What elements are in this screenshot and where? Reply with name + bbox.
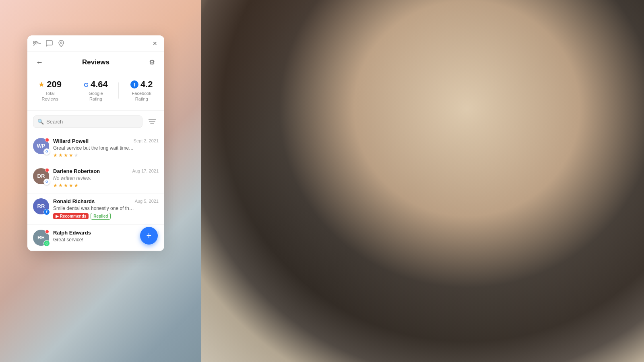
review-top: Ronald Richards Aug 5, 2021 [53,198,159,204]
notification-dot [45,230,49,234]
facebook-rating-label: FacebookRating [132,90,151,102]
star-4: ★ [69,183,73,188]
review-item[interactable]: WP G Willard Powell Sept 2, 2021 Great s… [27,133,164,163]
star-5: ★ [74,183,78,188]
google-source-badge: G [43,179,50,185]
search-area: 🔍 [27,111,164,133]
google-rating-label: GoogleRating [89,90,103,102]
svg-point-1 [60,42,62,43]
review-text: Smile dental was honestly one of th… [53,206,159,211]
recommends-tag: ▶ Recommends [53,213,89,219]
stat-divider-2 [118,82,119,99]
page-title: Reviews [82,58,109,66]
review-top: Willard Powell Sept 2, 2021 [53,138,159,144]
star-1: ★ [53,183,58,188]
review-tags: ▶ RecommendsReplied [53,213,159,220]
stat-total-reviews: ★ 209 TotalReviews [34,79,66,102]
replied-tag: Replied [91,213,111,220]
review-content: Darlene Robertson Aug 17, 2021 No writte… [53,168,159,188]
titlebar-app-icons: ∞ [33,39,65,47]
avatar-wrap: RE ☺ [33,230,49,246]
avatar-wrap: RR f [33,198,49,214]
review-content: Ronald Richards Aug 5, 2021 Smile dental… [53,198,159,220]
avatar-wrap: WP G [33,138,49,154]
review-content: Willard Powell Sept 2, 2021 Great servic… [53,138,159,158]
reviewer-name: Ronald Richards [53,198,95,204]
reviewer-name: Ralph Edwards [53,230,91,236]
review-item[interactable]: DR G Darlene Robertson Aug 17, 2021 No w… [27,163,164,193]
review-top: Darlene Robertson Aug 17, 2021 [53,168,159,174]
chat-icon[interactable] [45,39,53,47]
stars-row: ★★★★★ [53,183,159,188]
star-1: ★ [53,152,58,158]
search-box[interactable]: 🔍 [33,115,142,128]
review-text: Great service but the long wait time… [53,145,159,151]
android-source-badge: ☺ [43,240,50,247]
stat-facebook-rating: f 4.2 FacebookRating [126,79,158,102]
star-2: ★ [58,183,63,188]
star-4: ★ [69,152,73,158]
total-reviews-number: 209 [47,79,62,90]
infinity-icon[interactable]: ∞ [33,39,41,47]
settings-button[interactable]: ⚙ [147,57,158,68]
review-item[interactable]: RR f Ronald Richards Aug 5, 2021 Smile d… [27,193,164,225]
reviews-widget: ∞ — ✕ ← Reviews ⚙ [27,35,164,251]
review-date: Sept 2, 2021 [134,138,159,143]
titlebar-controls: — ✕ [140,40,159,47]
stars-row: ★★★★★ [53,152,159,158]
google-icon: G [84,81,89,88]
notification-dot [45,138,49,142]
stat-divider-1 [73,82,73,99]
minimize-button[interactable]: — [140,40,147,47]
star-3: ★ [64,152,68,158]
panel-header: ← Reviews ⚙ [27,52,164,73]
notification-dot [45,168,49,172]
close-button[interactable]: ✕ [151,40,159,47]
search-icon: 🔍 [37,119,44,125]
facebook-source-badge: f [43,209,50,215]
stat-google-rating: G 4.64 GoogleRating [80,79,112,102]
google-rating-value-row: G 4.64 [84,79,108,90]
add-button[interactable]: + [140,227,158,245]
facebook-rating-number: 4.2 [140,79,153,90]
search-input[interactable] [46,119,138,125]
titlebar: ∞ — ✕ [27,35,164,52]
star-5: ★ [74,152,78,158]
svg-text:∞: ∞ [33,41,37,46]
star-3: ★ [64,183,68,188]
star-icon: ★ [38,80,45,89]
stats-row: ★ 209 TotalReviews G 4.64 GoogleRating f… [27,73,164,111]
background-person [201,0,644,362]
google-rating-number: 4.64 [91,79,108,90]
reviewer-name: Willard Powell [53,138,89,144]
star-2: ★ [58,152,63,158]
filter-button[interactable] [146,115,159,128]
total-reviews-label: TotalReviews [41,90,58,102]
google-source-badge: G [43,148,50,155]
review-date: Aug 5, 2021 [135,199,159,204]
back-button[interactable]: ← [34,57,45,68]
location-icon[interactable] [57,39,65,47]
total-reviews-value-row: ★ 209 [38,79,62,90]
review-date: Aug 17, 2021 [132,169,159,173]
facebook-rating-value-row: f 4.2 [130,79,153,90]
review-text: No written review. [53,175,159,181]
reviewer-name: Darlene Robertson [53,168,100,174]
facebook-icon: f [130,80,138,88]
avatar-wrap: DR G [33,168,49,184]
